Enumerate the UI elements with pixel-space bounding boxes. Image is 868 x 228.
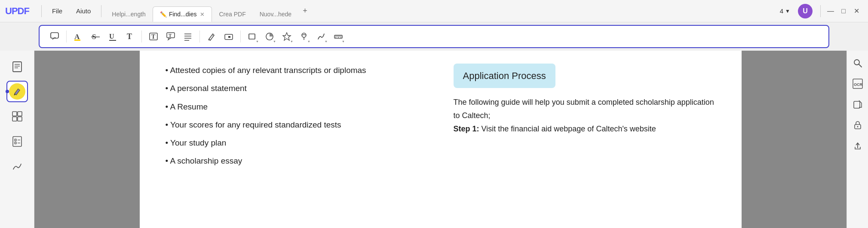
doc-item-3: • A Resume [166, 100, 428, 114]
svg-rect-2 [74, 40, 80, 41]
sidebar-organize-icon[interactable] [6, 106, 28, 127]
tab-1[interactable]: Helpi...ength [105, 6, 153, 22]
doc-item-6: • A scholarship essay [166, 154, 428, 168]
right-convert-icon[interactable] [850, 96, 866, 112]
svg-line-42 [859, 64, 862, 67]
menu-file[interactable]: File [45, 5, 69, 17]
main-area: • Attested copies of any relevant transc… [0, 51, 868, 228]
sidebar-sign-icon[interactable] [6, 155, 28, 177]
text-box-tool[interactable]: T [145, 28, 162, 45]
color-tool[interactable] [261, 28, 278, 45]
tab-count: 4 ▼ [780, 7, 790, 15]
svg-rect-34 [12, 117, 17, 121]
doc-item-2: • A personal statement [166, 82, 428, 95]
svg-line-16 [212, 35, 213, 36]
left-sidebar [0, 51, 34, 228]
tab-3-label: Crea PDF [219, 11, 245, 18]
text-tool[interactable]: T [122, 28, 138, 45]
menu-aiuto[interactable]: Aiuto [69, 5, 98, 17]
sidebar-reader-icon[interactable] [6, 56, 28, 77]
separator3 [820, 5, 821, 17]
svg-rect-18 [228, 36, 230, 38]
sep1 [66, 30, 67, 43]
user-avatar[interactable]: U [798, 4, 813, 18]
step1-label: Step 1: [454, 125, 479, 133]
svg-text:T: T [151, 33, 156, 40]
new-tab-button[interactable]: + [298, 5, 312, 17]
sidebar-annotate-icon[interactable] [6, 81, 28, 102]
tab-2-close[interactable]: ✕ [200, 12, 205, 17]
svg-text:OCR: OCR [854, 82, 863, 87]
annotation-toolbar: A S U T T T [39, 25, 829, 48]
svg-rect-19 [249, 34, 255, 39]
right-protect-icon[interactable] [850, 117, 866, 133]
svg-text:T: T [169, 33, 172, 38]
annotate-inner [9, 83, 25, 100]
strikethrough-tool[interactable]: S [87, 28, 104, 45]
svg-rect-45 [854, 101, 860, 108]
measure-tool[interactable] [330, 28, 347, 45]
svg-rect-28 [13, 62, 21, 72]
svg-rect-35 [18, 117, 22, 121]
svg-point-41 [854, 60, 859, 65]
text-callout-tool[interactable]: T [163, 28, 179, 45]
pen-tool[interactable] [203, 28, 220, 45]
sep4 [240, 30, 241, 43]
active-indicator [6, 90, 9, 93]
svg-point-47 [857, 126, 858, 128]
list-tool[interactable] [180, 28, 196, 45]
minimize-button[interactable]: — [824, 5, 837, 18]
svg-rect-36 [13, 137, 21, 146]
eraser-tool[interactable] [221, 28, 237, 45]
tab-4[interactable]: Nuov...hede [253, 6, 298, 22]
tab-2-icon: ✏️ [160, 11, 167, 18]
svg-rect-32 [12, 112, 17, 116]
right-ocr-icon[interactable]: OCR [850, 76, 866, 92]
svg-text:T: T [127, 32, 132, 41]
separator [41, 5, 42, 17]
sep3 [199, 30, 200, 43]
tab-4-label: Nuov...hede [260, 11, 291, 18]
svg-rect-37 [15, 139, 16, 141]
doc-step1: Step 1: Visit the financial aid webpage … [454, 122, 716, 136]
doc-item-1: • Attested copies of any relevant transc… [166, 64, 428, 77]
sep2 [141, 30, 142, 43]
title-bar: UPDF File Aiuto Helpi...ength ✏️ Find...… [0, 0, 868, 22]
right-share-icon[interactable] [850, 137, 866, 154]
tab-2-label: Find...dies [169, 11, 197, 18]
application-process-heading: Application Process [454, 64, 555, 88]
doc-item-4: • Your scores for any required standardi… [166, 118, 428, 132]
tab-3[interactable]: Crea PDF [212, 6, 252, 22]
document-page: • Attested copies of any relevant transc… [140, 51, 742, 228]
document-area: • Attested copies of any relevant transc… [34, 51, 847, 228]
app-logo: UPDF [5, 6, 29, 17]
doc-left-column: • Attested copies of any relevant transc… [166, 64, 428, 215]
doc-right-body: The following guide will help you submit… [454, 96, 716, 122]
separator2 [101, 5, 101, 17]
close-button[interactable]: ✕ [850, 5, 863, 18]
svg-text:U: U [109, 33, 114, 40]
underline-tool[interactable]: U [104, 28, 121, 45]
chevron-down-icon[interactable]: ▼ [785, 8, 790, 14]
right-search-icon[interactable] [850, 55, 866, 71]
doc-right-column: Application Process The following guide … [454, 64, 716, 215]
comment-tool[interactable] [46, 28, 63, 45]
maximize-button[interactable]: □ [837, 5, 850, 18]
pin-tool[interactable] [279, 28, 295, 45]
doc-item-5: • Your study plan [166, 136, 428, 150]
tab-2[interactable]: ✏️ Find...dies ✕ [153, 6, 212, 22]
svg-rect-39 [15, 142, 16, 144]
sidebar-forms-icon[interactable] [6, 131, 28, 152]
signature-tool[interactable] [313, 28, 329, 45]
right-sidebar: OCR [847, 51, 868, 228]
shape-tool[interactable] [244, 28, 261, 45]
svg-rect-0 [51, 33, 58, 38]
svg-rect-33 [18, 112, 22, 116]
highlight-tool[interactable]: A [70, 28, 86, 45]
stamp-tool[interactable] [296, 28, 312, 45]
tab-1-label: Helpi...ength [112, 11, 146, 18]
